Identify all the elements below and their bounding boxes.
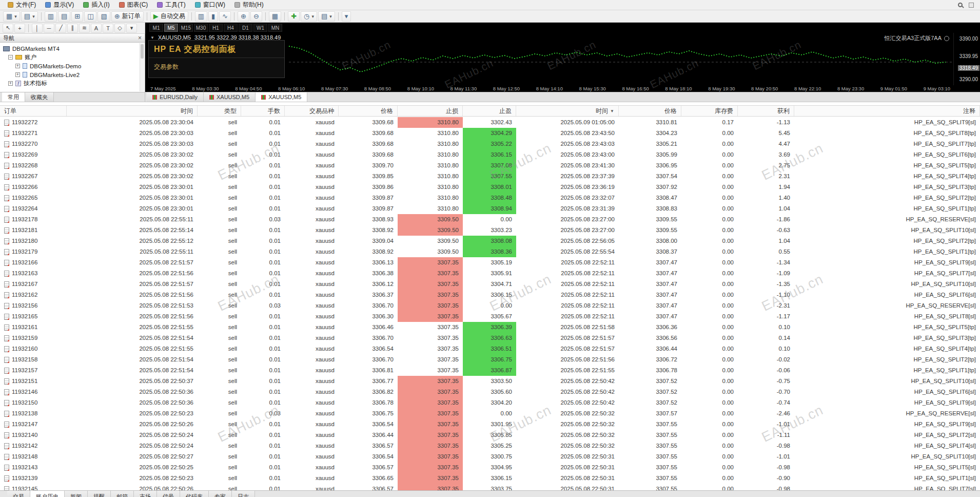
bottom-tab-9[interactable]: 日志 — [232, 491, 255, 497]
timeframe-w1-button[interactable]: W1 — [253, 24, 267, 32]
toolbar-data-window-button[interactable]: ▤ — [58, 11, 70, 22]
toolbar-periods-button[interactable]: ◷▾ — [301, 11, 317, 22]
chart-tab-2[interactable]: XAUUSD,M5 — [256, 92, 307, 102]
table-row[interactable]: 119321602025.05.08 22:51:55sell0.01xauus… — [0, 343, 980, 354]
timeframe-mn-button[interactable]: MN — [268, 24, 282, 32]
timeframe-h1-button[interactable]: H1 — [209, 24, 223, 32]
column-header-5[interactable]: 价格 — [339, 106, 398, 116]
toolbar-auto-trading-button[interactable]: ▶自动交易 — [150, 11, 188, 22]
tree-item-accounts[interactable]: − 账户 — [3, 53, 145, 62]
column-header-11[interactable]: 获利 — [738, 106, 794, 116]
table-row[interactable]: 119322712025.05.08 23:30:03sell0.01xauus… — [0, 128, 980, 139]
toolbar-profiles-button[interactable]: ▤▾ — [21, 11, 38, 22]
timeframe-m30-button[interactable]: M30 — [194, 24, 208, 32]
column-header-0[interactable]: 订单 — [0, 106, 67, 116]
timeframe-m5-button[interactable]: M5 — [164, 24, 178, 32]
expand-icon[interactable]: + — [15, 64, 20, 68]
table-row[interactable]: 119321482025.05.08 22:50:27sell0.01xauus… — [0, 451, 980, 462]
table-row[interactable]: 119321592025.05.08 22:51:54sell0.01xauus… — [0, 333, 980, 343]
table-row[interactable]: 119321652025.05.08 22:51:56sell0.01xauus… — [0, 311, 980, 322]
toolbar-bar-chart-mode-button[interactable]: ▥ — [195, 11, 207, 22]
bottom-tab-1[interactable]: 账户历史 — [30, 491, 65, 497]
table-row[interactable]: 119321812025.05.08 22:55:14sell0.01xauus… — [0, 225, 980, 236]
tool-crosshair-button[interactable]: + — [14, 24, 25, 33]
menu-item[interactable]: 窗口(W) — [190, 0, 230, 10]
menu-item[interactable]: 帮助(H) — [230, 0, 268, 10]
toolbar-tile-windows-button[interactable]: ▦ — [269, 11, 281, 22]
tree-item-account[interactable]: +DBGMarkets-Live2 — [3, 70, 145, 79]
tool-shapes-button[interactable]: ◇ — [114, 24, 125, 33]
table-row[interactable]: 119322642025.05.08 23:30:01sell0.01xauus… — [0, 203, 980, 214]
menu-item[interactable]: 图表(C) — [114, 0, 153, 10]
toolbar-more-options-button[interactable]: ▾ — [342, 11, 351, 22]
toolbar-navigator-toggle-button[interactable]: ⊞ — [71, 11, 83, 22]
navigator-scrollbar[interactable] — [140, 43, 144, 91]
layout-icon[interactable] — [969, 3, 974, 8]
chart-window[interactable]: M1M5M15M30H1H4D1W1MN ▼ XAUUSD,M5 3321.95… — [145, 23, 980, 92]
chart-tab-1[interactable]: XAUUSD,M5 — [204, 92, 256, 102]
table-row[interactable]: 119321422025.05.08 22:50:24sell0.01xauus… — [0, 441, 980, 451]
column-header-3[interactable]: 手数 — [241, 106, 285, 116]
column-header-9[interactable]: 价格 — [619, 106, 681, 116]
tool-fibonacci-button[interactable]: ≋ — [79, 24, 90, 33]
tree-item-indicators[interactable]: + f 技术指标 — [3, 79, 145, 88]
tool-label-button[interactable]: T — [103, 24, 113, 33]
table-row[interactable]: 119322662025.05.08 23:30:01sell0.01xauus… — [0, 182, 980, 193]
column-header-6[interactable]: 止损 — [398, 106, 463, 116]
tree-item-root[interactable]: DBGMarkets MT4 — [3, 44, 145, 53]
bottom-tab-4[interactable]: 邮箱 — [111, 491, 134, 497]
bottom-tab-0[interactable]: 交易 — [7, 491, 30, 497]
table-row[interactable]: 119322672025.05.08 23:30:02sell0.01xauus… — [0, 171, 980, 182]
tool-vertical-line-button[interactable]: │ — [32, 24, 43, 33]
time-axis[interactable]: 7 May 20258 May 03:308 May 04:508 May 06… — [150, 86, 950, 91]
menu-item[interactable]: 显示(V) — [41, 0, 79, 10]
column-header-10[interactable]: 库存费 — [681, 106, 738, 116]
bottom-tab-3[interactable]: 提醒 — [88, 491, 111, 497]
table-row[interactable]: 119321792025.05.08 22:55:11sell0.01xauus… — [0, 246, 980, 257]
table-row[interactable]: 119322652025.05.08 23:30:01sell0.01xauus… — [0, 193, 980, 203]
table-row[interactable]: 119321672025.05.08 22:51:57sell0.01xauus… — [0, 279, 980, 290]
table-row[interactable]: 119321662025.05.08 22:51:57sell0.01xauus… — [0, 257, 980, 268]
table-row[interactable]: 119321562025.05.08 22:51:53sell0.03xauus… — [0, 300, 980, 311]
table-row[interactable]: 119321782025.05.08 22:55:11sell0.03xauus… — [0, 214, 980, 225]
table-row[interactable]: 119321512025.05.08 22:50:37sell0.01xauus… — [0, 376, 980, 387]
tool-horizontal-line-button[interactable]: ─ — [44, 24, 54, 33]
toolbar-candlestick-mode-button[interactable]: ▮ — [208, 11, 218, 22]
collapse-icon[interactable]: − — [8, 55, 13, 60]
table-row[interactable]: 119321462025.05.08 22:50:36sell0.01xauus… — [0, 387, 980, 397]
table-row[interactable]: 119321632025.05.08 22:51:56sell0.01xauus… — [0, 268, 980, 279]
tree-item-account[interactable]: +DBGMarkets-Demo — [3, 62, 145, 70]
column-header-7[interactable]: 止盈 — [463, 106, 516, 116]
menu-item[interactable]: 工具(T) — [152, 0, 190, 10]
tool-text-button[interactable]: A — [91, 24, 102, 33]
bottom-tab-2[interactable]: 新闻 — [65, 491, 88, 497]
ea-control-panel[interactable]: HP EA 交易控制面板 交易参数 — [148, 40, 285, 78]
column-header-2[interactable]: 类型 — [198, 106, 241, 116]
menu-item[interactable]: 插入(I) — [79, 0, 114, 10]
bottom-tab-6[interactable]: 信号 — [157, 491, 180, 497]
column-header-12[interactable]: 注释 — [794, 106, 980, 116]
table-row[interactable]: 119321802025.05.08 22:55:12sell0.01xauus… — [0, 236, 980, 246]
toolbar-new-chart-button[interactable]: ▦▾ — [3, 11, 20, 22]
toolbar-zoom-in-button[interactable]: ⊕ — [238, 11, 249, 22]
close-icon[interactable]: × — [138, 35, 142, 41]
toolbar-new-order-button[interactable]: ⊕新订单 — [111, 11, 144, 22]
chart-tab-0[interactable]: EURUSD,Daily — [147, 92, 204, 102]
price-scale[interactable]: 3390.003339.953318.493290.00 — [953, 33, 980, 85]
timeframe-m15-button[interactable]: M15 — [179, 24, 193, 32]
tool-more-tools-button[interactable]: ▾ — [126, 24, 137, 33]
toolbar-terminal-toggle-button[interactable]: ◫ — [84, 11, 96, 22]
column-header-8[interactable]: 时间▼ — [516, 106, 619, 116]
table-row[interactable]: 119321622025.05.08 22:51:56sell0.01xauus… — [0, 290, 980, 300]
menu-item[interactable]: 文件(F) — [3, 0, 41, 10]
table-row[interactable]: 119321382025.05.08 22:50:23sell0.03xauus… — [0, 408, 980, 419]
column-header-4[interactable]: 交易品种 — [285, 106, 339, 116]
tool-cursor-button[interactable]: ↖ — [3, 24, 13, 33]
table-row[interactable]: 119322682025.05.08 23:30:02sell0.01xauus… — [0, 160, 980, 171]
toolbar-line-chart-mode-button[interactable]: ∿ — [219, 11, 231, 22]
timeframe-d1-button[interactable]: D1 — [239, 24, 252, 32]
table-row[interactable]: 119322722025.05.08 23:30:04sell0.01xauus… — [0, 117, 980, 128]
bottom-tab-7[interactable]: 代码库 — [180, 491, 209, 497]
table-row[interactable]: 119322702025.05.08 23:30:03sell0.01xauus… — [0, 139, 980, 149]
table-row[interactable]: 119322692025.05.08 23:30:02sell0.01xauus… — [0, 149, 980, 160]
